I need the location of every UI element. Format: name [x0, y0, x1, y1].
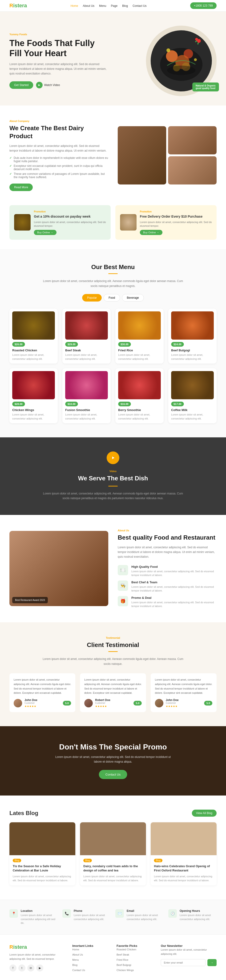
testimonial-title: Client Testimonial — [10, 641, 216, 649]
promo-tag-2: Promotion — [140, 210, 212, 213]
play-video-button[interactable] — [107, 452, 119, 464]
footer-pick-2-a[interactable]: Beef Steak — [117, 953, 129, 956]
tab-beverage[interactable]: Beverage — [122, 294, 144, 302]
check-item-3: These are common variations of passages … — [10, 172, 108, 179]
menu-card-desc-7: Lorem ipsum dolor sit amet, consectetur … — [118, 413, 161, 420]
get-started-button[interactable]: Get Started — [10, 81, 33, 89]
menu-img-3 — [118, 312, 161, 340]
footer-pick-4-a[interactable]: Beef Bulgogi — [117, 964, 131, 966]
footer-link-home-a[interactable]: Home — [72, 948, 79, 951]
blog-card-1[interactable]: Blog Tis the Season for a Safe Holiday C… — [10, 822, 75, 886]
nav-link-home[interactable]: Home — [71, 4, 78, 8]
blog-tag-2: Blog — [83, 859, 92, 862]
nav-item-menu[interactable]: Menu — [99, 4, 106, 8]
footer-link-menu-a[interactable]: Menu — [72, 958, 79, 961]
nav-item-contact[interactable]: Contact Us — [133, 4, 146, 8]
quality-item-1: 🍽️ High Quality Food Lorem ipsum dolor s… — [118, 565, 216, 577]
nav-link-contact[interactable]: Contact Us — [133, 4, 146, 8]
nav-link-blog[interactable]: Blog — [122, 4, 128, 8]
blog-grid: Blog Tis the Season for a Safe Holiday C… — [10, 822, 216, 886]
blog-card-2[interactable]: Blog Dairy, nondairy cold foam adds to t… — [80, 822, 146, 886]
footer-pick-5[interactable]: Chicken Wings — [117, 968, 154, 972]
newsletter-email-input[interactable] — [161, 959, 205, 966]
read-more-button[interactable]: Read More — [10, 183, 33, 191]
youtube-button[interactable]: ▶ — [36, 964, 43, 972]
footer-link-home[interactable]: Home — [72, 948, 109, 951]
quality-img-overlay: Best Restaurant Award 2023 — [12, 597, 48, 603]
phone-button[interactable]: +1800 123 789 — [190, 2, 216, 9]
author-info-2: Robert Doe Customer ★★★★★ — [95, 698, 111, 708]
footer-pick-1[interactable]: Roasted Chicken — [117, 948, 154, 951]
nav-link-about[interactable]: About Us — [83, 4, 95, 8]
watch-video-button[interactable]: ▶ Watch Video — [36, 82, 60, 88]
quality-item-content-3: Promo & Deal Lorem ipsum dolor sit amet,… — [131, 596, 216, 608]
tab-food[interactable]: Food — [104, 294, 120, 302]
dairy-title: We Create The Best Dairy Product — [10, 124, 108, 140]
footer-pick-3[interactable]: Fried Rice — [117, 958, 154, 961]
nav-item-about[interactable]: About Us — [83, 4, 95, 8]
facebook-button[interactable]: f — [10, 964, 16, 972]
footer-link-contact[interactable]: Contact Us — [72, 968, 109, 972]
menu-item-coffee-milk: $17.00 Coffee Milk Lorem ipsum dolor sit… — [168, 368, 216, 423]
quality-tag: About Us — [118, 529, 216, 532]
menu-card-desc-5: Lorem ipsum dolor sit amet, consectetur … — [12, 413, 55, 420]
blog-desc-1: Lorem ipsum dolor sit amet, consectetur … — [13, 875, 72, 882]
footer-pick-2[interactable]: Beef Steak — [117, 953, 154, 956]
newsletter-form: → — [161, 959, 216, 966]
nav-link-page[interactable]: Page — [111, 4, 117, 8]
play-icon-large — [111, 455, 115, 460]
menu-img-6 — [65, 371, 108, 399]
promo-btn-1[interactable]: Buy Online → — [34, 230, 56, 235]
promo-banners: Promotion Get a 10% discount on payday w… — [0, 205, 226, 249]
footer-link-blog-a[interactable]: Blog — [72, 964, 77, 966]
promo-card-1: Promotion Get a 10% discount on payday w… — [10, 205, 111, 239]
newsletter-submit-button[interactable]: → — [207, 959, 216, 966]
footer-link-about-a[interactable]: About Us — [72, 953, 83, 956]
footer-link-about[interactable]: About Us — [72, 953, 109, 956]
footer-pick-3-a[interactable]: Fried Rice — [117, 958, 128, 961]
footer-link-menu[interactable]: Menu — [72, 958, 109, 961]
testimonial-author-3: John Doe Customer ★★★★★ 5.0 — [155, 698, 212, 708]
best-dish-title: We Serve The Best Dish — [10, 474, 216, 482]
contact-phone-title: Phone — [74, 909, 111, 913]
nav-item-home[interactable]: Home — [71, 4, 78, 8]
quality-icon-3: 🎁 — [118, 596, 128, 606]
footer-link-contact-a[interactable]: Contact Us — [72, 969, 85, 972]
testimonial-text-1: Lorem ipsum dolor sit amet, consectetur … — [14, 678, 71, 695]
dairy-image-main — [118, 126, 166, 185]
contact-us-button[interactable]: Contact Us — [99, 770, 127, 779]
twitter-button[interactable]: t — [18, 964, 26, 972]
blog-image-1 — [10, 822, 75, 855]
blog-card-3[interactable]: Blog Halo-wins Celebrates Grand Openig o… — [151, 822, 216, 886]
testimonial-tag: Testimonial — [10, 636, 216, 639]
footer-col-brand: Ristera Lorem ipsum dolor sit amet, cons… — [10, 944, 65, 974]
quality-item-content-2: Best Chef & Team Lorem ipsum dolor sit a… — [131, 581, 216, 593]
footer-logo-r: R — [10, 944, 13, 950]
footer-pick-4[interactable]: Beef Bulgogi — [117, 963, 154, 967]
nav-item-page[interactable]: Page — [111, 4, 117, 8]
logo[interactable]: Ristera — [10, 3, 27, 9]
menu-divider — [108, 273, 118, 274]
special-promo-section: Don't Miss The Special Promo Lorem ipsum… — [0, 726, 226, 795]
view-all-blog-button[interactable]: View All Blog — [192, 810, 216, 817]
dairy-content: About Company We Create The Best Dairy P… — [10, 119, 108, 191]
promo-title-1: Get a 10% discount on payday week — [34, 214, 106, 219]
footer-pick-1-a[interactable]: Roasted Chicken — [117, 948, 136, 951]
blog-content-2: Blog Dairy, nondairy cold foam adds to t… — [80, 855, 146, 886]
contact-location-content: Location Lorem ipsum dolor sit amet cons… — [21, 909, 58, 925]
quality-content: About Us Best quality Food and Restauran… — [118, 529, 216, 608]
menu-item-fusion-smoothie: $10.00 Fusion Smoothie Lorem ipsum dolor… — [63, 368, 111, 423]
tab-popular[interactable]: Popular — [82, 294, 102, 302]
contact-email-content: Email Lorem ipsum dolor sit amet consect… — [127, 909, 163, 921]
promo-image-1 — [14, 214, 30, 231]
footer-pick-5-a[interactable]: Chicken Wings — [117, 969, 134, 972]
contact-phone: 📞 Phone Lorem ipsum dolor sit amet conse… — [63, 909, 111, 925]
nav-item-blog[interactable]: Blog — [122, 4, 128, 8]
footer-link-blog[interactable]: Blog — [72, 963, 109, 967]
contact-hours-text: Lorem ipsum dolor sit amet consectetur a… — [180, 913, 216, 921]
linkedin-button[interactable]: in — [27, 964, 34, 972]
nav-link-menu[interactable]: Menu — [99, 4, 106, 8]
menu-img-5 — [12, 371, 55, 399]
promo-btn-2[interactable]: Buy Online → — [140, 230, 162, 235]
author-role-2: Customer — [95, 702, 111, 704]
